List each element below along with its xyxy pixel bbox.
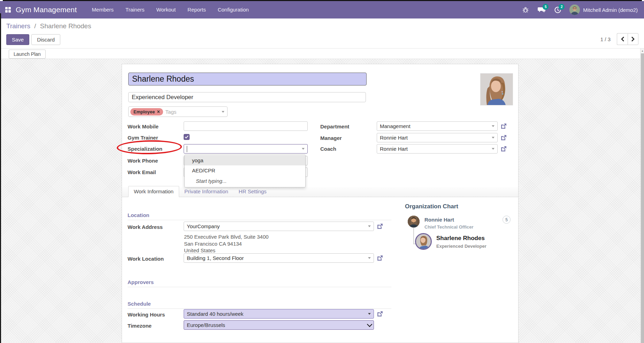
work-address-label: Work Address: [128, 224, 163, 230]
work-mobile-input[interactable]: [184, 121, 308, 131]
tab-private-information[interactable]: Private Information: [179, 186, 233, 197]
nav-item-configuration[interactable]: Configuration: [212, 1, 255, 18]
specialization-caret-icon[interactable]: [302, 148, 305, 150]
dropdown-option-aed-cpr[interactable]: AED/CPR: [185, 165, 305, 176]
record-pager: 1 / 3: [600, 33, 638, 45]
form-sheet: Employee × Tags Work Mobile Gym Trainer …: [122, 64, 519, 343]
coach-external-link-icon[interactable]: [500, 146, 507, 152]
navbar-right-cluster: 5 2: [521, 5, 644, 15]
launch-plan-button[interactable]: Launch Plan: [9, 50, 46, 59]
gym-trainer-label: Gym Trainer: [128, 135, 158, 141]
form-view-background: Employee × Tags Work Mobile Gym Trainer …: [0, 59, 644, 343]
nav-item-members[interactable]: Members: [86, 1, 120, 18]
user-menu[interactable]: Mitchell Admin (demo2): [569, 5, 638, 15]
pager-previous-button[interactable]: [617, 33, 628, 45]
employee-photo[interactable]: [480, 73, 513, 105]
work-address-external-link-icon[interactable]: [377, 223, 383, 230]
manager-input[interactable]: Ronnie Hart: [377, 133, 498, 142]
work-location-external-link-icon[interactable]: [377, 255, 383, 261]
tags-placeholder: Tags: [166, 109, 222, 115]
app-window: Gym Management Members Trainers Workout …: [0, 0, 644, 343]
apps-menu-icon[interactable]: [5, 7, 11, 13]
save-button[interactable]: Save: [6, 34, 29, 45]
coach-label: Coach: [320, 146, 336, 152]
scrollbar-thumb[interactable]: [641, 53, 644, 343]
discard-button[interactable]: Discard: [31, 34, 60, 45]
work-location-caret-icon[interactable]: [368, 257, 371, 259]
scrollbar-up-arrow-icon[interactable]: ▲: [641, 50, 644, 52]
manager-caret-icon[interactable]: [492, 137, 495, 139]
app-brand[interactable]: Gym Management: [16, 6, 77, 14]
tab-work-information[interactable]: Work Information: [128, 186, 179, 197]
tag-remove-icon[interactable]: ×: [157, 109, 160, 114]
work-mobile-label: Work Mobile: [128, 124, 159, 129]
tags-caret-icon[interactable]: [222, 111, 224, 113]
pager-buttons: [617, 33, 638, 45]
specialization-dropdown: yoga AED/CPR Start typing...: [184, 155, 306, 187]
top-navbar: Gym Management Members Trainers Workout …: [0, 1, 644, 18]
address-line-country: United States: [184, 247, 215, 253]
department-caret-icon[interactable]: [492, 125, 495, 127]
working-hours-external-link-icon[interactable]: [377, 311, 383, 317]
breadcrumb: Trainers / Sharlene Rhodes: [6, 22, 91, 30]
text-cursor: [187, 146, 187, 152]
location-divider: [128, 220, 391, 220]
activities-icon[interactable]: 2: [553, 6, 562, 14]
specialization-label: Specialization: [128, 146, 162, 152]
work-address-caret-icon[interactable]: [368, 225, 371, 227]
address-line-street: 250 Executive Park Blvd, Suite 3400: [184, 234, 269, 240]
breadcrumb-separator: /: [34, 22, 36, 30]
pager-count: 1 / 3: [600, 36, 611, 42]
nav-item-trainers[interactable]: Trainers: [120, 1, 150, 18]
working-hours-caret-icon[interactable]: [368, 313, 371, 315]
job-title-input[interactable]: [128, 92, 366, 102]
nav-item-workout[interactable]: Workout: [151, 1, 182, 18]
tag-label: Employee: [133, 109, 155, 114]
tab-hr-settings[interactable]: HR Settings: [233, 186, 272, 197]
dropdown-option-yoga[interactable]: yoga: [185, 155, 305, 165]
work-email-label: Work Email: [128, 169, 156, 175]
coach-input[interactable]: Ronnie Hart: [377, 144, 498, 154]
form-buttons: Save Discard: [6, 34, 60, 45]
work-location-input[interactable]: Building 1, Second Floor: [184, 253, 374, 263]
working-hours-label: Working Hours: [128, 312, 165, 318]
work-address-input[interactable]: YourCompany: [184, 222, 374, 231]
messages-icon[interactable]: 5: [537, 6, 546, 14]
timezone-select[interactable]: Europe/Brussels: [184, 320, 374, 330]
breadcrumb-trainers-link[interactable]: Trainers: [6, 22, 30, 30]
work-location-label: Work Location: [128, 256, 164, 262]
specialization-input[interactable]: [184, 144, 308, 154]
chevron-left-icon: [621, 37, 624, 42]
org-node-manager-count-badge[interactable]: 5: [503, 216, 511, 224]
control-panel: Trainers / Sharlene Rhodes Save Discard …: [0, 18, 644, 49]
gym-trainer-checkbox[interactable]: [184, 134, 190, 140]
bug-icon[interactable]: [521, 6, 530, 14]
vertical-scrollbar[interactable]: ▲: [640, 49, 644, 343]
user-avatar: [569, 5, 580, 15]
notebook-tabs: Work Information Private Information HR …: [122, 187, 518, 197]
tags-field[interactable]: Employee × Tags: [128, 106, 228, 117]
department-external-link-icon[interactable]: [500, 123, 507, 129]
approvers-divider: [128, 287, 391, 287]
manager-label: Manager: [320, 135, 342, 141]
nav-item-reports[interactable]: Reports: [182, 1, 212, 18]
pager-next-button[interactable]: [628, 33, 638, 45]
window-left-edge: [0, 13, 1, 343]
org-node-manager-name[interactable]: Ronnie Hart: [424, 217, 454, 223]
tag-employee[interactable]: Employee ×: [130, 108, 163, 115]
working-hours-input[interactable]: Standard 40 hours/week: [184, 309, 374, 319]
employee-name-input[interactable]: [128, 73, 367, 85]
org-node-employee-avatar[interactable]: [415, 233, 432, 250]
department-input[interactable]: Management: [377, 121, 498, 131]
messages-badge: 5: [543, 4, 549, 10]
form-statusbar: Launch Plan: [0, 49, 644, 59]
org-node-manager-avatar[interactable]: [408, 216, 420, 228]
breadcrumb-current: Sharlene Rhodes: [40, 22, 91, 30]
coach-caret-icon[interactable]: [492, 148, 495, 150]
schedule-section-heading: Schedule: [128, 301, 151, 307]
manager-external-link-icon[interactable]: [500, 134, 507, 141]
work-phone-label: Work Phone: [128, 158, 158, 164]
location-section-heading: Location: [128, 212, 150, 218]
chevron-right-icon: [631, 37, 635, 42]
dropdown-start-typing[interactable]: Start typing...: [185, 176, 305, 187]
